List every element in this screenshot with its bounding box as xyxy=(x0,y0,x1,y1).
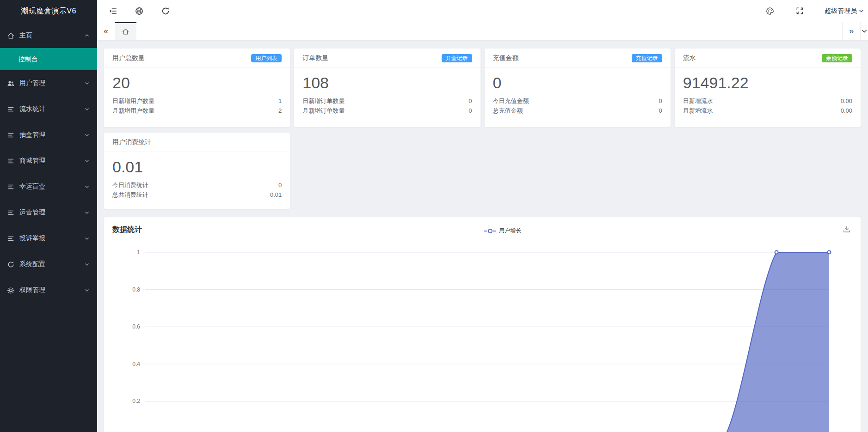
list-icon xyxy=(6,105,15,113)
sidebar-item-flow-stats[interactable]: 流水统计 xyxy=(0,96,97,122)
sidebar-item-ops-mgmt[interactable]: 运营管理 xyxy=(0,200,97,225)
card-row-value: 0.01 xyxy=(270,190,282,200)
chevron-down-icon xyxy=(84,184,90,189)
sidebar: 潮玩魔盒演示V6 主页 控制台 用户管理 流水统计 xyxy=(0,0,97,432)
card-row-value: 2 xyxy=(278,106,282,116)
chevron-down-icon xyxy=(84,158,90,164)
sidebar-item-label: 流水统计 xyxy=(19,105,84,113)
card-row: 今日消费统计 0 xyxy=(104,180,290,190)
card-row: 总充值金额 0 xyxy=(485,106,671,116)
language-globe-icon[interactable] xyxy=(135,6,144,16)
stat-cards-row-2: 用户消费统计 0.01 今日消费统计 0 总共消费统计 0.01 xyxy=(104,133,861,209)
card-title: 订单数量 xyxy=(302,54,328,62)
topbar: 超级管理员 xyxy=(97,0,868,22)
home-icon xyxy=(6,31,15,40)
collapse-sidebar-icon[interactable] xyxy=(108,6,117,16)
fullscreen-icon[interactable] xyxy=(795,6,804,16)
card-title: 流水 xyxy=(683,54,696,62)
card-row-value: 0 xyxy=(278,180,282,190)
tabs-scroll-left-icon[interactable]: « xyxy=(97,22,115,40)
list-icon xyxy=(6,234,15,243)
card-row-label: 今日充值金额 xyxy=(493,96,529,106)
card-row: 日新增流水 0.00 xyxy=(675,96,861,106)
card-row: 日新增订单数量 0 xyxy=(294,96,480,106)
chart-legend[interactable]: 用户增长 xyxy=(124,227,861,235)
card-row-value: 1 xyxy=(278,96,282,106)
chevron-down-icon xyxy=(858,8,864,14)
card-flow: 流水 余额记录 91491.22 日新增流水 0.00 月新增流水 0.00 xyxy=(675,49,861,127)
sidebar-item-label: 抽盒管理 xyxy=(19,131,84,139)
download-chart-icon[interactable] xyxy=(842,225,851,234)
user-menu[interactable]: 超级管理员 xyxy=(825,7,864,15)
sidebar-item-label: 系统配置 xyxy=(19,260,84,268)
card-row-label: 月新增订单数量 xyxy=(302,106,345,116)
legend-line-marker-icon xyxy=(484,228,496,234)
sidebar-item-label: 幸运盲盒 xyxy=(19,183,84,191)
sidebar-item-user-mgmt[interactable]: 用户管理 xyxy=(0,70,97,96)
card-value: 0 xyxy=(493,74,662,92)
sidebar-item-mall-mgmt[interactable]: 商城管理 xyxy=(0,148,97,174)
main-area: 超级管理员 « » 用户总数量 用户列表 xyxy=(97,0,868,432)
sidebar-item-console[interactable]: 控制台 xyxy=(0,48,97,70)
tab-home[interactable] xyxy=(115,22,136,40)
svg-text:1: 1 xyxy=(137,249,140,256)
chevron-down-icon xyxy=(84,106,90,112)
balance-records-badge[interactable]: 余额记录 xyxy=(822,54,852,62)
list-icon xyxy=(6,208,15,217)
topbar-right: 超级管理员 xyxy=(765,6,864,16)
sidebar-menu: 主页 控制台 用户管理 流水统计 xyxy=(0,23,97,303)
card-orders: 订单数量 开盒记录 108 日新增订单数量 0 月新增订单数量 0 xyxy=(294,49,480,127)
card-row: 日新增用户数量 1 xyxy=(104,96,290,106)
card-title: 用户总数量 xyxy=(112,54,145,62)
users-icon xyxy=(6,79,15,87)
user-list-badge[interactable]: 用户列表 xyxy=(251,54,282,62)
tabbar-right: » xyxy=(842,22,868,40)
card-row-label: 月新增用户数量 xyxy=(112,106,154,116)
list-icon xyxy=(6,131,15,139)
content: 用户总数量 用户列表 20 日新增用户数量 1 月新增用户数量 2 订单数量 开… xyxy=(97,40,868,432)
tabs-dropdown-icon[interactable] xyxy=(861,22,868,40)
card-row-value: 0 xyxy=(659,96,662,106)
gear-icon xyxy=(6,286,15,294)
sidebar-item-lucky-box[interactable]: 幸运盲盒 xyxy=(0,174,97,200)
card-consumption: 用户消费统计 0.01 今日消费统计 0 总共消费统计 0.01 xyxy=(104,133,290,209)
card-row-value: 0.00 xyxy=(841,96,852,106)
sidebar-item-perm-mgmt[interactable]: 权限管理 xyxy=(0,277,97,303)
sidebar-item-label: 用户管理 xyxy=(19,79,84,87)
theme-palette-icon[interactable] xyxy=(765,6,775,16)
chevron-down-icon xyxy=(84,287,90,293)
sidebar-item-sys-config[interactable]: 系统配置 xyxy=(0,251,97,277)
app-logo: 潮玩魔盒演示V6 xyxy=(0,0,97,22)
chevron-down-icon xyxy=(84,210,90,215)
card-row-label: 日新增流水 xyxy=(683,96,713,106)
sidebar-item-box-mgmt[interactable]: 抽盒管理 xyxy=(0,122,97,148)
sidebar-item-label: 商城管理 xyxy=(19,157,84,165)
card-row: 月新增用户数量 2 xyxy=(104,106,290,116)
list-icon xyxy=(6,157,15,165)
refresh-icon[interactable] xyxy=(161,6,170,16)
tabbar: « » xyxy=(97,22,868,40)
open-box-records-badge[interactable]: 开盒记录 xyxy=(442,54,472,62)
recharge-records-badge[interactable]: 充值记录 xyxy=(632,54,662,62)
card-total-users: 用户总数量 用户列表 20 日新增用户数量 1 月新增用户数量 2 xyxy=(104,49,290,127)
card-title: 充值金额 xyxy=(493,54,519,62)
svg-text:0.6: 0.6 xyxy=(132,323,140,330)
sidebar-item-label: 权限管理 xyxy=(19,286,84,294)
card-row: 今日充值金额 0 xyxy=(485,96,671,106)
card-recharge: 充值金额 充值记录 0 今日充值金额 0 总充值金额 0 xyxy=(485,49,671,127)
user-growth-area-chart[interactable]: 10.80.60.40.2 xyxy=(104,245,861,432)
tabs-scroll-right-icon[interactable]: » xyxy=(842,22,861,40)
card-title: 用户消费统计 xyxy=(112,138,151,146)
sidebar-item-home[interactable]: 主页 xyxy=(0,23,97,48)
chevron-down-icon xyxy=(84,132,90,138)
card-value: 91491.22 xyxy=(683,74,852,92)
card-row: 月新增流水 0.00 xyxy=(675,106,861,116)
svg-text:0.8: 0.8 xyxy=(132,286,140,293)
card-row: 月新增订单数量 0 xyxy=(294,106,480,116)
chevron-down-icon xyxy=(84,262,90,267)
chart-card: 数据统计 用户增长 10.80.60.40.2 xyxy=(104,217,861,432)
chevron-up-icon xyxy=(84,33,90,38)
card-row: 总共消费统计 0.01 xyxy=(104,190,290,200)
sidebar-item-complaints[interactable]: 投诉举报 xyxy=(0,225,97,251)
legend-label: 用户增长 xyxy=(499,227,521,235)
